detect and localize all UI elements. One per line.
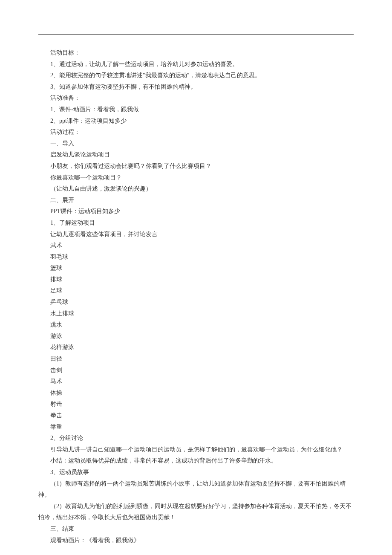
text-line: 小朋友，你们观看过运动会比赛吗？你看到了什么比赛项目？ <box>38 161 354 172</box>
text-line: 引导幼儿讲一讲自己知道哪一个运动项目的运动员，是怎样了解他们的，最喜欢哪一个运动… <box>38 444 354 456</box>
text-line: 排球 <box>38 274 354 286</box>
text-line: 小结：运动员取得优异的成绩，非常的不容易，这成功的背后付出了许多辛勤的汗水。 <box>38 455 354 467</box>
text-line: 3、知道参加体育运动要坚持不懈，有不怕困难的精神。 <box>38 81 354 93</box>
text-line: 活动准备： <box>38 92 354 104</box>
text-line: 马术 <box>38 376 354 387</box>
text-line: 3、运动员故事 <box>38 467 354 478</box>
text-line: 击剑 <box>38 365 354 376</box>
text-line: 观看动画片：《看着我，跟我做》 <box>38 535 354 546</box>
paragraph-wrapped: （1）教师有选择的将一两个运动员艰苦训练的小故事，让幼儿知道参加体育运动要坚持不… <box>38 478 354 501</box>
text-line: PPT课件：运动项目知多少 <box>38 206 354 217</box>
text-line: 1、通过活动，让幼儿了解一些运动项目，培养幼儿对参加运动的喜爱。 <box>38 59 354 70</box>
paragraph-wrapped: （2）教育幼儿为他们的胜利感到骄傲，同时从现在起就要好好学习，坚持参加各种体育活… <box>38 501 354 523</box>
text-line: 二、展开 <box>38 195 354 206</box>
text-line: 1、课件-动画片：看着我，跟我做 <box>38 104 354 116</box>
text-line: 2、能用较完整的句子较连贯地讲述"我最喜欢的运动"，清楚地表达自己的意思。 <box>38 70 354 81</box>
text-line: 田径 <box>38 353 354 365</box>
text-line: 体操 <box>38 387 354 399</box>
text-line: 篮球 <box>38 263 354 274</box>
text-line: 启发幼儿谈论运动项目 <box>38 149 354 161</box>
text-line: 举重 <box>38 422 354 433</box>
text-line: 三、结束 <box>38 523 354 535</box>
text-line: 2、ppt课件：运动项目知多少 <box>38 116 354 127</box>
text-line: （让幼儿自由讲述，激发谈论的兴趣） <box>38 183 354 195</box>
text-line: 活动过程： <box>38 127 354 138</box>
text-line: 拳击 <box>38 410 354 422</box>
text-line: 一、导入 <box>38 138 354 150</box>
text-line: 足球 <box>38 285 354 297</box>
text-line: 2、分组讨论 <box>38 433 354 444</box>
text-line: 1、了解运动项目 <box>38 217 354 229</box>
text-line: 乒乓球 <box>38 297 354 308</box>
text-line: 活动目标： <box>38 47 354 59</box>
text-line: 你最喜欢哪一个运动项目？ <box>38 172 354 184</box>
document-body: 活动目标： 1、通过活动，让幼儿了解一些运动项目，培养幼儿对参加运动的喜爱。 2… <box>38 47 354 546</box>
text-line: 游泳 <box>38 331 354 342</box>
text-line: 羽毛球 <box>38 251 354 263</box>
text-line: 让幼儿逐项看这些体育项目，并讨论发言 <box>38 229 354 240</box>
text-line: 花样游泳 <box>38 342 354 353</box>
text-line: 射击 <box>38 399 354 410</box>
text-line: 武术 <box>38 240 354 251</box>
text-line: 跳水 <box>38 319 354 331</box>
text-line: 水上排球 <box>38 308 354 320</box>
horizontal-rule <box>38 34 354 35</box>
